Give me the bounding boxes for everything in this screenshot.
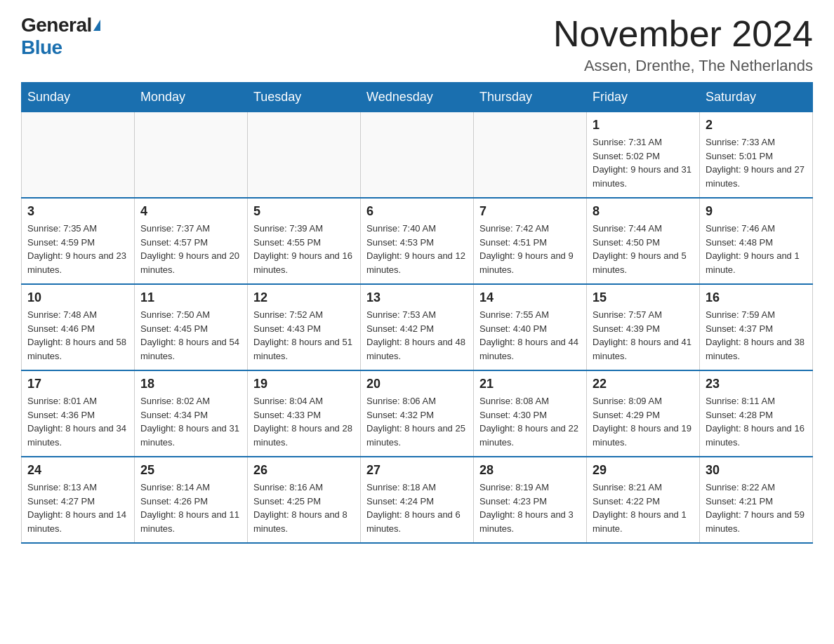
day-info: Sunrise: 7:48 AMSunset: 4:46 PMDaylight:… bbox=[27, 308, 128, 363]
calendar-day-cell: 4Sunrise: 7:37 AMSunset: 4:57 PMDaylight… bbox=[135, 198, 248, 284]
calendar-day-cell: 2Sunrise: 7:33 AMSunset: 5:01 PMDaylight… bbox=[700, 112, 813, 199]
calendar-day-cell bbox=[135, 112, 248, 199]
day-info: Sunrise: 8:19 AMSunset: 4:23 PMDaylight:… bbox=[479, 481, 581, 535]
calendar-day-cell: 29Sunrise: 8:21 AMSunset: 4:22 PMDayligh… bbox=[587, 457, 700, 543]
day-number: 29 bbox=[593, 463, 694, 478]
day-number: 8 bbox=[593, 204, 694, 219]
day-info: Sunrise: 7:42 AMSunset: 4:51 PMDaylight:… bbox=[479, 222, 581, 276]
day-number: 17 bbox=[27, 377, 128, 391]
day-info: Sunrise: 8:13 AMSunset: 4:27 PMDaylight:… bbox=[27, 481, 128, 535]
page-header: General Blue November 2024 Assen, Drenth… bbox=[21, 14, 813, 75]
day-info: Sunrise: 8:06 AMSunset: 4:32 PMDaylight:… bbox=[366, 394, 468, 449]
day-info: Sunrise: 8:16 AMSunset: 4:25 PMDaylight:… bbox=[253, 481, 355, 535]
calendar-day-cell: 24Sunrise: 8:13 AMSunset: 4:27 PMDayligh… bbox=[22, 457, 135, 543]
day-info: Sunrise: 7:40 AMSunset: 4:53 PMDaylight:… bbox=[366, 222, 468, 276]
day-info: Sunrise: 7:59 AMSunset: 4:37 PMDaylight:… bbox=[706, 308, 807, 363]
calendar-day-cell: 12Sunrise: 7:52 AMSunset: 4:43 PMDayligh… bbox=[248, 284, 361, 370]
calendar-day-cell: 17Sunrise: 8:01 AMSunset: 4:36 PMDayligh… bbox=[22, 370, 135, 457]
calendar-header-row: SundayMondayTuesdayWednesdayThursdayFrid… bbox=[22, 83, 813, 112]
day-number: 3 bbox=[27, 204, 128, 219]
calendar-title: November 2024 bbox=[553, 14, 813, 54]
day-number: 22 bbox=[593, 377, 694, 391]
calendar-day-cell bbox=[248, 112, 361, 199]
day-info: Sunrise: 8:09 AMSunset: 4:29 PMDaylight:… bbox=[593, 394, 694, 449]
day-number: 15 bbox=[593, 290, 694, 305]
calendar-week-row: 1Sunrise: 7:31 AMSunset: 5:02 PMDaylight… bbox=[22, 112, 813, 199]
day-number: 19 bbox=[253, 377, 355, 391]
calendar-week-row: 10Sunrise: 7:48 AMSunset: 4:46 PMDayligh… bbox=[22, 284, 813, 370]
calendar-day-cell: 15Sunrise: 7:57 AMSunset: 4:39 PMDayligh… bbox=[587, 284, 700, 370]
calendar-day-cell: 1Sunrise: 7:31 AMSunset: 5:02 PMDaylight… bbox=[587, 112, 700, 199]
calendar-day-cell: 20Sunrise: 8:06 AMSunset: 4:32 PMDayligh… bbox=[361, 370, 474, 457]
day-info: Sunrise: 7:53 AMSunset: 4:42 PMDaylight:… bbox=[366, 308, 468, 363]
day-number: 9 bbox=[706, 204, 807, 219]
day-of-week-header: Friday bbox=[587, 83, 700, 112]
calendar-day-cell bbox=[361, 112, 474, 199]
day-info: Sunrise: 7:50 AMSunset: 4:45 PMDaylight:… bbox=[140, 308, 241, 363]
calendar-day-cell: 19Sunrise: 8:04 AMSunset: 4:33 PMDayligh… bbox=[248, 370, 361, 457]
day-number: 18 bbox=[140, 377, 241, 391]
day-number: 20 bbox=[366, 377, 468, 391]
calendar-day-cell: 7Sunrise: 7:42 AMSunset: 4:51 PMDaylight… bbox=[474, 198, 587, 284]
day-info: Sunrise: 8:01 AMSunset: 4:36 PMDaylight:… bbox=[27, 394, 128, 449]
day-info: Sunrise: 8:18 AMSunset: 4:24 PMDaylight:… bbox=[366, 481, 468, 535]
day-number: 5 bbox=[253, 204, 355, 219]
calendar-day-cell: 23Sunrise: 8:11 AMSunset: 4:28 PMDayligh… bbox=[700, 370, 813, 457]
day-number: 26 bbox=[253, 463, 355, 478]
day-info: Sunrise: 7:35 AMSunset: 4:59 PMDaylight:… bbox=[27, 222, 128, 276]
calendar-day-cell: 8Sunrise: 7:44 AMSunset: 4:50 PMDaylight… bbox=[587, 198, 700, 284]
logo-triangle-icon bbox=[93, 20, 100, 31]
day-number: 25 bbox=[140, 463, 241, 478]
calendar-week-row: 17Sunrise: 8:01 AMSunset: 4:36 PMDayligh… bbox=[22, 370, 813, 457]
day-of-week-header: Thursday bbox=[474, 83, 587, 112]
day-info: Sunrise: 8:02 AMSunset: 4:34 PMDaylight:… bbox=[140, 394, 241, 449]
day-number: 6 bbox=[366, 204, 468, 219]
calendar-day-cell: 27Sunrise: 8:18 AMSunset: 4:24 PMDayligh… bbox=[361, 457, 474, 543]
calendar-day-cell: 5Sunrise: 7:39 AMSunset: 4:55 PMDaylight… bbox=[248, 198, 361, 284]
day-info: Sunrise: 7:52 AMSunset: 4:43 PMDaylight:… bbox=[253, 308, 355, 363]
day-number: 13 bbox=[366, 290, 468, 305]
calendar-day-cell: 3Sunrise: 7:35 AMSunset: 4:59 PMDaylight… bbox=[22, 198, 135, 284]
calendar-week-row: 24Sunrise: 8:13 AMSunset: 4:27 PMDayligh… bbox=[22, 457, 813, 543]
calendar-day-cell bbox=[22, 112, 135, 199]
day-number: 16 bbox=[706, 290, 807, 305]
day-number: 24 bbox=[27, 463, 128, 478]
day-info: Sunrise: 8:22 AMSunset: 4:21 PMDaylight:… bbox=[706, 481, 807, 535]
day-number: 4 bbox=[140, 204, 241, 219]
day-number: 2 bbox=[706, 118, 807, 133]
day-number: 27 bbox=[366, 463, 468, 478]
day-number: 28 bbox=[479, 463, 581, 478]
calendar-day-cell: 16Sunrise: 7:59 AMSunset: 4:37 PMDayligh… bbox=[700, 284, 813, 370]
calendar-subtitle: Assen, Drenthe, The Netherlands bbox=[553, 57, 813, 75]
day-info: Sunrise: 7:44 AMSunset: 4:50 PMDaylight:… bbox=[593, 222, 694, 276]
day-info: Sunrise: 7:37 AMSunset: 4:57 PMDaylight:… bbox=[140, 222, 241, 276]
calendar-day-cell: 28Sunrise: 8:19 AMSunset: 4:23 PMDayligh… bbox=[474, 457, 587, 543]
day-number: 1 bbox=[593, 118, 694, 133]
calendar-day-cell: 10Sunrise: 7:48 AMSunset: 4:46 PMDayligh… bbox=[22, 284, 135, 370]
calendar-day-cell: 25Sunrise: 8:14 AMSunset: 4:26 PMDayligh… bbox=[135, 457, 248, 543]
calendar-day-cell: 13Sunrise: 7:53 AMSunset: 4:42 PMDayligh… bbox=[361, 284, 474, 370]
day-number: 30 bbox=[706, 463, 807, 478]
day-of-week-header: Saturday bbox=[700, 83, 813, 112]
calendar-day-cell: 14Sunrise: 7:55 AMSunset: 4:40 PMDayligh… bbox=[474, 284, 587, 370]
calendar-day-cell: 30Sunrise: 8:22 AMSunset: 4:21 PMDayligh… bbox=[700, 457, 813, 543]
day-of-week-header: Monday bbox=[135, 83, 248, 112]
calendar-day-cell: 22Sunrise: 8:09 AMSunset: 4:29 PMDayligh… bbox=[587, 370, 700, 457]
day-of-week-header: Wednesday bbox=[361, 83, 474, 112]
day-number: 10 bbox=[27, 290, 128, 305]
day-number: 14 bbox=[479, 290, 581, 305]
day-number: 11 bbox=[140, 290, 241, 305]
day-number: 21 bbox=[479, 377, 581, 391]
day-info: Sunrise: 7:33 AMSunset: 5:01 PMDaylight:… bbox=[706, 135, 807, 190]
calendar-week-row: 3Sunrise: 7:35 AMSunset: 4:59 PMDaylight… bbox=[22, 198, 813, 284]
calendar-day-cell: 11Sunrise: 7:50 AMSunset: 4:45 PMDayligh… bbox=[135, 284, 248, 370]
day-info: Sunrise: 8:08 AMSunset: 4:30 PMDaylight:… bbox=[479, 394, 581, 449]
calendar-day-cell: 18Sunrise: 8:02 AMSunset: 4:34 PMDayligh… bbox=[135, 370, 248, 457]
day-number: 7 bbox=[479, 204, 581, 219]
calendar-day-cell: 26Sunrise: 8:16 AMSunset: 4:25 PMDayligh… bbox=[248, 457, 361, 543]
day-info: Sunrise: 7:31 AMSunset: 5:02 PMDaylight:… bbox=[593, 135, 694, 190]
day-number: 23 bbox=[706, 377, 807, 391]
day-of-week-header: Tuesday bbox=[248, 83, 361, 112]
logo: General Blue bbox=[21, 14, 100, 59]
day-number: 12 bbox=[253, 290, 355, 305]
